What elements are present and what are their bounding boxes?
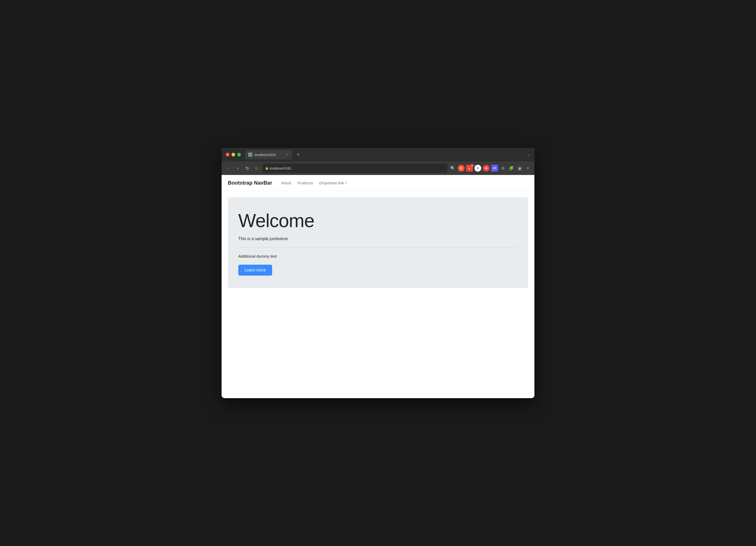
title-bar: 🌐 localhost:6161 × + ⌄ [222, 148, 534, 161]
maximize-button[interactable] [237, 153, 241, 156]
reload-icon: ↻ [246, 166, 249, 171]
navbar-nav: About Products Dropdown link ▾ [278, 179, 349, 187]
url-wrapper: 🔒 [262, 164, 447, 173]
url-input[interactable] [262, 164, 447, 173]
adblock-badge: 1 [470, 164, 474, 167]
browser-window: 🌐 localhost:6161 × + ⌄ ‹ › ↻ ⊟ 🔒 � [222, 148, 534, 398]
tab-title: localhost:6161 [254, 153, 283, 157]
sidebar-icon[interactable]: ▣ [516, 165, 523, 172]
adblock-label: ▲ [468, 167, 471, 169]
gear-icon[interactable]: ⚙ [499, 165, 506, 172]
off-extension-icon[interactable]: Off [491, 165, 498, 172]
page-content: Bootstrap NavBar About Products Dropdown… [222, 175, 534, 398]
extensions-puzzle-icon[interactable]: 🧩 [508, 165, 515, 172]
nav-link-dropdown[interactable]: Dropdown link ▾ [316, 179, 349, 187]
back-icon: ‹ [228, 166, 229, 171]
nav-item-about: About [278, 179, 294, 187]
bookmark-button[interactable]: ⊟ [253, 165, 260, 172]
window-controls [226, 153, 241, 156]
chevron-down-icon: ▾ [345, 181, 346, 184]
nav-link-products[interactable]: Products [295, 179, 315, 187]
tab-bar: 🌐 localhost:6161 × + ⌄ [245, 150, 530, 159]
jumbotron-divider [238, 247, 518, 248]
learn-more-button[interactable]: Learn more [238, 265, 272, 276]
address-bar: ‹ › ↻ ⊟ 🔒 🔍 B ▲ 1 G M Off ⚙ 🧩 ▣ [222, 161, 534, 175]
tab-favicon: 🌐 [248, 153, 252, 157]
jumbotron: Welcome This is a sample jumbotron Addit… [228, 197, 528, 288]
close-button[interactable] [226, 153, 229, 156]
brave-extension-icon[interactable]: B [458, 165, 465, 172]
dropdown-label: Dropdown link [319, 181, 344, 185]
jumbotron-lead: This is a sample jumbotron [238, 236, 518, 241]
forward-button[interactable]: › [234, 165, 241, 172]
navbar: Bootstrap NavBar About Products Dropdown… [222, 175, 534, 191]
back-button[interactable]: ‹ [225, 165, 232, 172]
nav-item-products: Products [295, 179, 315, 187]
new-tab-button[interactable]: + [294, 150, 302, 159]
tab-close-button[interactable]: × [285, 153, 289, 157]
search-icon[interactable]: 🔍 [449, 165, 456, 172]
gmail-extension-icon[interactable]: M [483, 165, 490, 172]
jumbotron-extra-text: Additional dummy text [238, 254, 518, 258]
browser-tab[interactable]: 🌐 localhost:6161 × [245, 150, 292, 159]
reload-button[interactable]: ↻ [243, 165, 251, 172]
navbar-brand[interactable]: Bootstrap NavBar [228, 180, 272, 186]
adblock-extension-icon[interactable]: ▲ 1 [466, 165, 473, 172]
window-chevron-icon: ⌄ [527, 153, 530, 157]
nav-item-dropdown: Dropdown link ▾ [316, 179, 349, 187]
nav-link-about[interactable]: About [278, 179, 294, 187]
minimize-button[interactable] [231, 153, 235, 156]
bookmark-icon: ⊟ [255, 166, 258, 170]
extensions-bar: 🔍 B ▲ 1 G M Off ⚙ 🧩 ▣ ≡ [449, 165, 531, 172]
browser-menu-icon[interactable]: ≡ [525, 165, 531, 172]
jumbotron-heading: Welcome [238, 210, 518, 231]
forward-icon: › [237, 166, 238, 171]
google-extension-icon[interactable]: G [474, 165, 481, 172]
